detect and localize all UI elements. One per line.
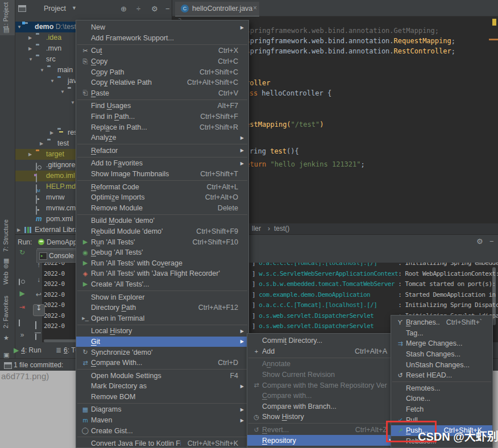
menu-item-stash-changes[interactable]: Stash Changes...: [391, 349, 492, 360]
menu-item-analyze[interactable]: Analyze▶: [76, 132, 248, 143]
menu-item-compare-with-branch[interactable]: Compare with Branch...: [247, 401, 397, 412]
more-icon[interactable]: »: [17, 331, 27, 339]
menu-item-diagrams[interactable]: ▦Diagrams▶: [76, 404, 248, 415]
menu-item-run-all-tests-with-coverage[interactable]: ▶Run 'All Tests' with Coverage: [76, 258, 248, 268]
menu-item-label: Directory Path: [91, 304, 192, 312]
hide-icon[interactable]: −: [489, 237, 494, 246]
menu-item-directory-path[interactable]: Directory PathCtrl+Alt+F12: [76, 302, 248, 313]
menu-item-commit-directory[interactable]: Commit Directory...: [247, 335, 397, 346]
tree-item-label: .idea: [46, 32, 61, 43]
file-maven-icon: m: [36, 215, 42, 222]
submenu-arrow-icon: ▶: [238, 339, 244, 344]
menu-item-add[interactable]: +AddCtrl+Alt+A: [247, 346, 397, 357]
menu-item-remove-module[interactable]: Remove ModuleDelete: [76, 203, 248, 214]
menu-item-mark-directory-as[interactable]: Mark Directory as▶: [76, 381, 248, 392]
menu-item-tag[interactable]: Tag...: [391, 328, 492, 339]
tree-expand-arrow[interactable]: ▶: [17, 225, 20, 235]
tree-expand-arrow[interactable]: ▼: [17, 22, 22, 32]
menu-item-open-module-settings[interactable]: Open Module SettingsF4: [76, 370, 248, 381]
tree-expand-arrow[interactable]: ▶: [28, 43, 32, 54]
menu-item-debug-all-tests[interactable]: ◉Debug 'All Tests': [76, 247, 248, 258]
tree-expand-arrow[interactable]: ▶: [50, 127, 53, 138]
menu-item-remotes[interactable]: Remotes...: [391, 383, 492, 394]
menu-git: Commit Directory...+AddCtrl+Alt+AAnnotat…: [247, 333, 398, 448]
tree-expand-arrow[interactable]: ▼: [40, 65, 44, 76]
menu-item-run-all-tests[interactable]: ▶Run 'All Tests'Ctrl+Shift+F10: [76, 237, 248, 247]
menu-item-replace-in-path[interactable]: Replace in Path...Ctrl+Shift+R: [76, 122, 248, 132]
down-arrow-icon[interactable]: ↓: [34, 276, 44, 284]
menu-item-cut[interactable]: ✂CutCtrl+X: [76, 45, 248, 56]
menu-item-label: Remotes...: [406, 384, 482, 392]
tree-expand-arrow[interactable]: ▼: [70, 97, 75, 108]
menu-item-compare-with[interactable]: ⇄Compare With...Ctrl+D: [76, 358, 248, 368]
menu-item-reset-head[interactable]: ↺Reset HEAD...: [391, 370, 492, 381]
menu-item-label: Replace in Path...: [91, 123, 193, 131]
menu-item-label: Stash Changes...: [406, 350, 482, 358]
menu-item-show-history[interactable]: ◷Show History: [247, 412, 397, 422]
extlib-icon: [24, 227, 31, 233]
menu-item-label: Open in Terminal: [91, 314, 238, 322]
menu-item-repository[interactable]: Repository▶: [247, 435, 397, 446]
menu-item-run-all-tests-with-java-flight-recorder[interactable]: ◈Run 'All Tests' with 'Java Flight Recor…: [76, 268, 248, 279]
menu-item-copy[interactable]: ⎘CopyCtrl+C: [76, 56, 248, 67]
tree-expand-arrow[interactable]: ▶: [28, 149, 32, 160]
menu-item-label: Run 'All Tests': [91, 238, 185, 246]
menu-item-paste[interactable]: ⎗PasteCtrl+V: [76, 88, 248, 99]
menu-item-maven[interactable]: mMaven▶: [76, 415, 248, 426]
menu-item-compare-with-the-same-repository-version[interactable]: ⇄Compare with the Same Repository Versio…: [247, 380, 397, 391]
clear-icon[interactable]: [35, 334, 36, 340]
menu-item-show-current-revision[interactable]: Show Current Revision: [247, 370, 397, 380]
menu-item-unstash-changes[interactable]: UnStash Changes...: [391, 359, 492, 370]
menu-item-create-gist[interactable]: ◯Create Gist...: [76, 425, 248, 436]
menu-item-fetch[interactable]: Fetch: [391, 404, 492, 415]
code-segment: (){: [287, 147, 299, 155]
menu-item-copy-path[interactable]: Copy PathCtrl+Shift+C: [76, 67, 248, 77]
menu-item-open-in-terminal[interactable]: ▸_Open in Terminal: [76, 313, 248, 323]
menu-item-add-to-favorites[interactable]: Add to Favorites▶: [76, 158, 248, 169]
menu-item-synchronize-demo[interactable]: ↻Synchronize 'demo': [76, 347, 248, 358]
print-icon[interactable]: [35, 321, 36, 329]
menu-item-label: Compare with...: [262, 392, 387, 400]
menu-item-show-image-thumbnails[interactable]: Show Image ThumbnailsCtrl+Shift+T: [76, 169, 248, 180]
menu-item-rebuild-module-demo[interactable]: Rebuild Module 'demo'Ctrl+Shift+F9: [76, 226, 248, 237]
menu-item-compare-with[interactable]: Compare with...: [247, 391, 397, 401]
menu-item-create-all-tests[interactable]: ▶Create 'All Tests'...: [76, 279, 248, 290]
up-arrow-icon[interactable]: ↑: [34, 261, 44, 269]
menu-item-optimize-imports[interactable]: Optimize ImportsCtrl+Alt+O: [76, 192, 248, 203]
menu-item-annotate[interactable]: Annotate: [247, 359, 397, 370]
gear-icon[interactable]: ⚙: [476, 237, 483, 246]
menu-item-refactor[interactable]: Refactor▶: [76, 146, 248, 156]
tree-expand-arrow[interactable]: ▼: [28, 54, 33, 65]
tree-expand-arrow[interactable]: ▼: [60, 86, 65, 97]
menu-item-local-history[interactable]: Local History▶: [76, 326, 248, 337]
scroll-to-end-icon[interactable]: ↧: [34, 304, 44, 312]
menu-item-add-framework-support[interactable]: Add Framework Support...: [76, 33, 248, 44]
exit-icon[interactable]: ⇥: [17, 303, 27, 311]
tree-expand-arrow[interactable]: ▼: [50, 76, 55, 86]
soft-wrap-icon[interactable]: ↩: [34, 291, 44, 298]
menu-item-find-usages[interactable]: Find UsagesAlt+F7: [76, 101, 248, 111]
camera-icon[interactable]: [19, 279, 20, 285]
menu-item-label: Reset HEAD...: [406, 371, 482, 379]
rerun-icon[interactable]: ↻: [17, 248, 27, 256]
tree-expand-arrow[interactable]: ▶: [28, 32, 32, 43]
menu-item-git[interactable]: Git▶: [76, 337, 248, 347]
coverage-icon[interactable]: ▶: [17, 289, 27, 297]
menu-item-find-in-path[interactable]: Find in Path...Ctrl+Shift+F: [76, 111, 248, 122]
menu-item-merge-changes[interactable]: ⇉Merge Changes...: [391, 338, 492, 349]
menu-item-new[interactable]: New▶: [76, 22, 248, 33]
menu-item-convert-java-file-to-kotlin-file[interactable]: Convert Java File to Kotlin FileCtrl+Alt…: [76, 438, 248, 448]
menu-item-branches[interactable]: ϒBranches...Ctrl+Shift+`: [391, 317, 492, 328]
menu-item-show-in-explorer[interactable]: Show in Explorer: [76, 292, 248, 302]
menu-item-label: Add Framework Support...: [91, 34, 238, 42]
menu-item-revert[interactable]: ↺Revert...Ctrl+Alt+Z: [247, 425, 397, 435]
menu-item-clone[interactable]: Clone...: [391, 393, 492, 404]
layout-icon[interactable]: [19, 320, 20, 326]
menu-item-shortcut: F4: [230, 372, 238, 380]
menu-item-remove-bom[interactable]: Remove BOM: [76, 392, 248, 403]
tree-expand-arrow[interactable]: ▶: [40, 138, 43, 149]
menu-item-reformat-code[interactable]: Reformat CodeCtrl+Alt+L: [76, 181, 248, 192]
menu-item-copy-relative-path[interactable]: Copy Relative PathCtrl+Alt+Shift+C: [76, 77, 248, 88]
warning-stripe-mark: [492, 19, 496, 26]
menu-item-build-module-demo[interactable]: Build Module 'demo': [76, 215, 248, 226]
